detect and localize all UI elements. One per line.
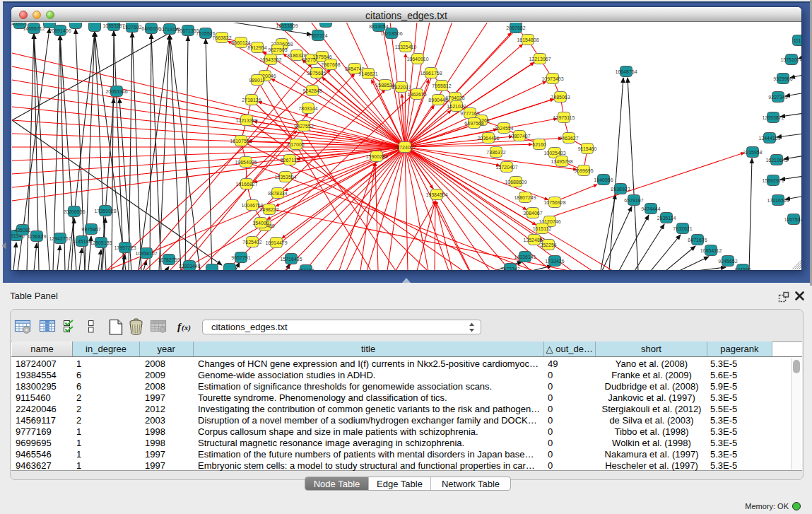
svg-text:15716485: 15716485 <box>280 257 302 262</box>
svg-text:2087682: 2087682 <box>506 25 525 30</box>
svg-text:9115460: 9115460 <box>578 146 597 151</box>
svg-text:16154808: 16154808 <box>517 37 539 42</box>
svg-text:13495798: 13495798 <box>551 159 572 164</box>
svg-text:16961758: 16961758 <box>420 71 442 76</box>
svg-text:435081: 435081 <box>14 228 30 233</box>
svg-text:7632621: 7632621 <box>673 226 692 231</box>
svg-text:989017: 989017 <box>249 78 265 83</box>
svg-text:12213967: 12213967 <box>529 57 551 62</box>
svg-text:1117: 1117 <box>794 38 801 43</box>
svg-text:18640910: 18640910 <box>406 57 428 62</box>
svg-text:19166827: 19166827 <box>235 182 257 187</box>
svg-text:16914479: 16914479 <box>265 240 287 245</box>
svg-text:17957223: 17957223 <box>114 245 136 250</box>
svg-text:19218506: 19218506 <box>380 31 402 36</box>
svg-text:9329966: 9329966 <box>773 76 792 81</box>
svg-text:1733426: 1733426 <box>545 259 564 264</box>
svg-text:1640956: 1640956 <box>594 177 613 182</box>
svg-text:617006: 617006 <box>288 142 304 147</box>
svg-text:8813054: 8813054 <box>369 24 388 29</box>
svg-text:1375546: 1375546 <box>312 54 331 59</box>
svg-text:12093872: 12093872 <box>762 115 784 120</box>
svg-text:10654112: 10654112 <box>700 248 722 253</box>
svg-text:2718126: 2718126 <box>242 98 261 103</box>
svg-text:7386372: 7386372 <box>486 150 505 155</box>
svg-text:15720407: 15720407 <box>495 165 517 170</box>
svg-text:8267110: 8267110 <box>281 158 300 163</box>
svg-text:8660124: 8660124 <box>231 40 250 45</box>
svg-text:10958107: 10958107 <box>135 251 157 256</box>
svg-text:1156829: 1156829 <box>28 234 47 239</box>
svg-text:13524861: 13524861 <box>523 238 545 243</box>
svg-text:924566: 924566 <box>734 267 751 271</box>
svg-text:8938923: 8938923 <box>611 187 630 192</box>
svg-text:3215958: 3215958 <box>743 150 762 155</box>
svg-text:7955812: 7955812 <box>432 83 451 88</box>
svg-text:16033809: 16033809 <box>276 23 298 28</box>
svg-text:12505185: 12505185 <box>90 240 112 245</box>
svg-text:16782759: 16782759 <box>158 257 180 262</box>
svg-text:9463627: 9463627 <box>559 136 578 141</box>
svg-text:8427552: 8427552 <box>294 124 313 129</box>
svg-text:18724007: 18724007 <box>394 145 416 150</box>
svg-text:15900283: 15900283 <box>365 154 387 159</box>
svg-text:9227349: 9227349 <box>768 95 787 100</box>
svg-text:2935114: 2935114 <box>657 216 676 221</box>
svg-text:17016504: 17016504 <box>767 198 789 203</box>
svg-text:15751074: 15751074 <box>780 57 801 62</box>
svg-text:14055712: 14055712 <box>23 26 45 31</box>
svg-text:10688609: 10688609 <box>505 180 526 185</box>
svg-text:7357224: 7357224 <box>308 33 327 38</box>
svg-text:157164: 157164 <box>298 268 314 271</box>
svg-text:20053346: 20053346 <box>105 89 127 94</box>
svg-text:8322037: 8322037 <box>392 85 411 90</box>
svg-text:16543362: 16543362 <box>259 57 281 62</box>
svg-text:20206556: 20206556 <box>63 209 85 214</box>
svg-text:154099: 154099 <box>252 221 269 226</box>
svg-text:1362615: 1362615 <box>407 92 426 97</box>
svg-text:7803144: 7803144 <box>298 106 317 111</box>
svg-text:10756928: 10756928 <box>543 200 565 205</box>
svg-text:12923448: 12923448 <box>178 264 200 269</box>
svg-text:12444159: 12444159 <box>758 136 780 141</box>
svg-text:9245652: 9245652 <box>718 259 737 264</box>
svg-text:16107552: 16107552 <box>230 139 252 144</box>
svg-text:9657791: 9657791 <box>231 255 250 260</box>
svg-text:7485063: 7485063 <box>551 95 570 100</box>
svg-text:12213389: 12213389 <box>235 118 257 123</box>
svg-text:16210643: 16210643 <box>765 158 787 163</box>
svg-text:8471676: 8471676 <box>688 238 707 243</box>
svg-text:1615112: 1615112 <box>533 226 552 231</box>
svg-text:6794028: 6794028 <box>445 95 464 100</box>
svg-text:3624554: 3624554 <box>494 126 513 131</box>
svg-text:9242848: 9242848 <box>302 88 322 93</box>
svg-text:10973493: 10973493 <box>541 76 563 81</box>
svg-text:18807249: 18807249 <box>514 195 536 200</box>
svg-text:14136141: 14136141 <box>514 255 536 259</box>
svg-text:12353594: 12353594 <box>274 175 296 180</box>
svg-text:19654935: 19654935 <box>235 160 257 165</box>
svg-text:12975115: 12975115 <box>553 115 575 120</box>
svg-text:15692971: 15692971 <box>762 178 784 183</box>
svg-text:1473342: 1473342 <box>500 267 519 271</box>
svg-text:9699695: 9699695 <box>574 168 593 173</box>
svg-text:10025483: 10025483 <box>543 151 565 156</box>
svg-text:1621022: 1621022 <box>447 104 466 109</box>
svg-text:2867608: 2867608 <box>321 62 340 67</box>
svg-text:19384554: 19384554 <box>425 192 447 197</box>
svg-text:9975867: 9975867 <box>81 227 100 232</box>
svg-text:8454749: 8454749 <box>345 66 364 71</box>
svg-text:9146821: 9146821 <box>358 71 377 76</box>
svg-text:1167534: 1167534 <box>784 217 801 222</box>
svg-text:(x): (x) <box>182 323 191 332</box>
svg-text:7625402: 7625402 <box>242 240 261 245</box>
svg-text:3875685: 3875685 <box>307 71 326 76</box>
svg-text:9827503: 9827503 <box>268 47 287 52</box>
svg-text:1145194: 1145194 <box>73 239 92 244</box>
svg-text:20364436: 20364436 <box>477 136 499 141</box>
svg-text:10807487: 10807487 <box>508 134 530 139</box>
svg-text:20691406: 20691406 <box>49 28 71 33</box>
svg-text:12942757: 12942757 <box>49 236 71 241</box>
svg-text:1527602: 1527602 <box>122 25 141 30</box>
svg-text:252254: 252254 <box>540 243 556 247</box>
